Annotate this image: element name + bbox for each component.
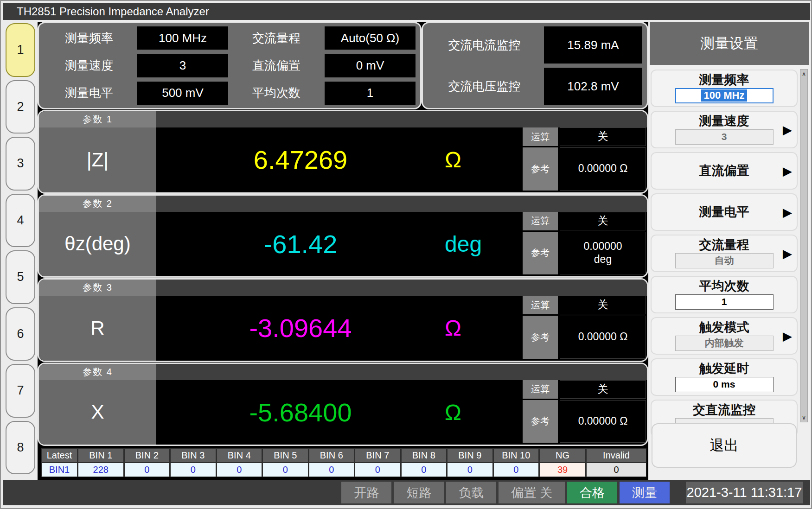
parameter-2-op-label: 运算: [523, 212, 558, 230]
tab-7[interactable]: 7: [6, 364, 35, 418]
avg-count-input[interactable]: 1: [675, 294, 774, 310]
parameter-1-ref-label: 参考: [523, 147, 558, 191]
parameter-panel-3: 参数 3 R -3.09644 Ω 运算 关 参考 0.00000 Ω: [38, 278, 648, 362]
tab-5[interactable]: 5: [6, 250, 35, 304]
meas-freq-input[interactable]: 100 MHz: [675, 88, 774, 103]
setting-label-meas-freq: 测量频率: [44, 26, 134, 50]
bin-header-4: BIN 4: [217, 449, 262, 462]
sidebar-btn-ac-range[interactable]: 交流量程 自动 ▶: [651, 235, 798, 272]
monitor-value-ac-voltage: 102.8 mV: [544, 68, 642, 105]
tab-6[interactable]: 6: [6, 307, 35, 361]
setting-label-meas-speed: 测量速度: [44, 54, 134, 77]
scroll-down-icon[interactable]: ∨: [802, 414, 806, 421]
parameter-3-ref-value[interactable]: 0.00000 Ω: [560, 316, 646, 359]
parameter-4-name[interactable]: X: [39, 380, 156, 445]
monitor-label-ac-current: 交流电流监控: [428, 26, 541, 64]
sidebar-btn-dc-bias[interactable]: 直流偏置 ▶: [651, 152, 798, 190]
bin-value-6: 0: [309, 463, 354, 477]
sidebar-btn-meas-speed[interactable]: 测量速度 3 ▶: [651, 111, 798, 148]
bin-value-7: 0: [355, 463, 400, 477]
tab-2[interactable]: 2: [6, 80, 35, 134]
status-bar: 开路 短路 负载 偏置 关 合格 测量 2021-3-11 11:31:17: [3, 480, 810, 505]
setting-label-meas-level: 测量电平: [44, 82, 134, 105]
parameter-2-name[interactable]: θz(deg): [39, 212, 156, 277]
status-measure-badge: 测量: [620, 482, 670, 503]
trigger-delay-input[interactable]: 0 ms: [675, 377, 774, 392]
bin-header-invalid: Invalid: [587, 449, 646, 462]
setting-value-avg-count: 1: [325, 82, 416, 105]
parameter-4-reading: -5.68400 Ω: [156, 380, 523, 445]
arrow-right-icon: ▶: [783, 329, 792, 343]
setting-label-avg-count: 平均次数: [231, 82, 322, 105]
trigger-mode-value: 内部触发: [675, 336, 774, 351]
bin-header-8: BIN 8: [402, 449, 447, 462]
parameter-2-ref-value[interactable]: 0.00000 deg: [560, 232, 646, 275]
datetime-display: 2021-3-11 11:31:17: [686, 482, 803, 503]
status-short-correction: 短路: [394, 482, 444, 503]
tab-4[interactable]: 4: [6, 194, 35, 248]
parameter-2-value: -61.42: [156, 229, 445, 259]
arrow-right-icon: ▶: [783, 246, 792, 261]
parameter-1-reading: 6.47269 Ω: [156, 127, 523, 192]
parameter-4-unit: Ω: [445, 400, 523, 425]
bin-value-9: 0: [448, 463, 492, 477]
parameter-3-op-label: 运算: [523, 296, 558, 314]
sidebar-btn-trigger-delay[interactable]: 触发延时 0 ms: [651, 358, 798, 396]
bin-value-ng: 39: [540, 463, 585, 477]
parameter-panel-1: 参数 1 |Z| 6.47269 Ω 运算 关 参考 0.00000 Ω: [38, 110, 648, 194]
bin-header-ng: NG: [540, 449, 585, 462]
setting-label-ac-range: 交流量程: [231, 26, 322, 50]
tab-1[interactable]: 1: [6, 23, 35, 77]
parameter-1-value: 6.47269: [156, 145, 445, 175]
parameter-4-header: 参数 4: [39, 364, 647, 380]
parameter-1-op-value[interactable]: 关: [560, 127, 646, 146]
setting-value-ac-range: Auto(50 Ω): [325, 26, 416, 50]
bin-header-1: BIN 1: [78, 449, 123, 462]
parameter-2-header: 参数 2: [39, 196, 647, 212]
parameter-2-reading: -61.42 deg: [156, 212, 523, 277]
parameter-3-header: 参数 3: [39, 280, 647, 296]
tab-8[interactable]: 8: [6, 421, 35, 475]
bin-header-2: BIN 2: [125, 449, 170, 462]
setting-value-dc-bias: 0 mV: [325, 54, 416, 77]
window-title: TH2851 Precision Impedance Analyzer: [17, 5, 209, 18]
parameter-3-unit: Ω: [445, 315, 523, 341]
bin-value-8: 0: [402, 463, 447, 477]
title-bar: TH2851 Precision Impedance Analyzer: [3, 3, 810, 20]
arrow-right-icon: ▶: [783, 164, 792, 178]
parameter-4-ref-label: 参考: [523, 400, 558, 443]
ac-range-value: 自动: [675, 253, 774, 268]
sidebar-btn-trigger-mode[interactable]: 触发模式 内部触发 ▶: [651, 317, 798, 355]
parameter-1-ref-value[interactable]: 0.00000 Ω: [560, 147, 646, 191]
parameter-4-ref-value[interactable]: 0.00000 Ω: [560, 400, 646, 443]
main-area: 测量频率 100 MHz 交流量程 Auto(50 Ω) 测量速度 3 直流偏置…: [38, 22, 648, 480]
arrow-right-icon: ▶: [783, 122, 792, 137]
parameter-2-unit: deg: [445, 231, 523, 257]
bin-value-1: 228: [78, 463, 123, 477]
parameter-2-op-value[interactable]: 关: [560, 212, 646, 230]
scroll-up-icon[interactable]: ∧: [802, 70, 806, 77]
parameter-1-index-label: 参数 1: [39, 111, 156, 127]
parameter-4-op-value[interactable]: 关: [560, 380, 646, 399]
parameter-2-ref-label: 参考: [523, 232, 558, 275]
measurement-settings-box: 测量频率 100 MHz 交流量程 Auto(50 Ω) 测量速度 3 直流偏置…: [38, 22, 422, 109]
sidebar-btn-meas-freq[interactable]: 测量频率 100 MHz: [651, 70, 798, 107]
sidebar-btn-avg-count[interactable]: 平均次数 1: [651, 276, 798, 313]
parameter-3-name[interactable]: R: [39, 296, 156, 361]
tab-3[interactable]: 3: [6, 137, 35, 191]
parameter-3-ref-label: 参考: [523, 316, 558, 359]
parameter-3-reading: -3.09644 Ω: [156, 296, 523, 361]
setting-label-dc-bias: 直流偏置: [231, 54, 322, 77]
parameter-panel-2: 参数 2 θz(deg) -61.42 deg 运算 关 参考 0.00000 …: [38, 194, 648, 278]
sidebar-btn-meas-level[interactable]: 测量电平 ▶: [651, 193, 798, 231]
parameter-3-index-label: 参数 3: [39, 280, 156, 296]
monitor-label-ac-voltage: 交流电压监控: [428, 68, 541, 105]
parameter-3-op-value[interactable]: 关: [560, 296, 646, 314]
monitor-box: 交流电流监控 15.89 mA 交流电压监控 102.8 mV: [422, 22, 648, 109]
parameter-1-name[interactable]: |Z|: [39, 127, 156, 192]
parameter-4-index-label: 参数 4: [39, 364, 156, 380]
exit-button[interactable]: 退出: [652, 423, 797, 468]
sidebar-scrollbar[interactable]: ∧ ∨: [800, 69, 808, 422]
bin-value-5: 0: [263, 463, 308, 477]
monitor-value-ac-current: 15.89 mA: [544, 26, 642, 64]
